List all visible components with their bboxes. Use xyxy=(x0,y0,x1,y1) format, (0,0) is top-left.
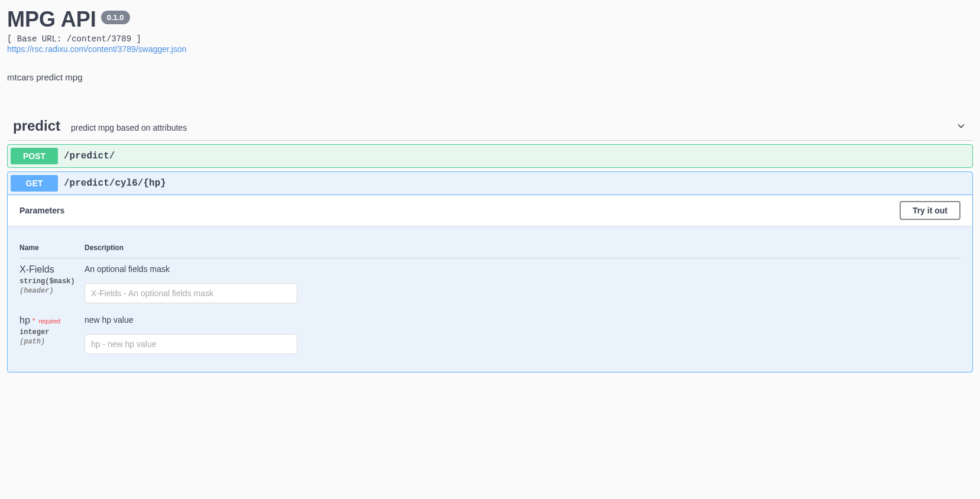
section-predict-header[interactable]: predict predict mpg based on attributes xyxy=(7,112,973,141)
param-type-xfields: string($mask) xyxy=(20,277,85,286)
param-name-hp: hp xyxy=(20,315,30,326)
param-type-hp: integer xyxy=(20,328,85,336)
version-badge: 0.1.0 xyxy=(101,11,130,24)
parameters-title: Parameters xyxy=(20,206,64,215)
api-title: MPG API xyxy=(7,7,96,32)
param-in-hp: (path) xyxy=(20,338,85,346)
operation-get-header[interactable]: GET /predict/cyl6/{hp} xyxy=(8,172,972,195)
param-input-hp[interactable] xyxy=(85,334,297,354)
required-star-icon: * xyxy=(33,317,35,325)
operation-post-predict[interactable]: POST /predict/ xyxy=(7,144,973,168)
method-badge-get: GET xyxy=(11,175,58,192)
param-input-xfields[interactable] xyxy=(85,283,297,303)
path-post: /predict/ xyxy=(64,151,115,161)
param-in-xfields: (header) xyxy=(20,287,85,295)
column-description: Description xyxy=(85,238,960,258)
base-url: [ Base URL: /content/3789 ] xyxy=(7,34,973,44)
swagger-json-link[interactable]: https://rsc.radixu.com/content/3789/swag… xyxy=(7,44,187,54)
operation-get-predict-cyl6: GET /predict/cyl6/{hp} Parameters Try it… xyxy=(7,171,973,372)
param-desc-hp: new hp value xyxy=(85,315,960,325)
param-name-xfields: X-Fields xyxy=(20,264,85,275)
section-name: predict xyxy=(13,118,60,134)
chevron-down-icon xyxy=(955,120,967,132)
path-get: /predict/cyl6/{hp} xyxy=(64,178,166,189)
section-desc: predict mpg based on attributes xyxy=(71,123,187,132)
try-it-out-button[interactable]: Try it out xyxy=(900,201,960,220)
param-row-xfields: X-Fields string($mask) (header) An optio… xyxy=(20,258,960,310)
required-text: required xyxy=(38,318,60,325)
param-desc-xfields: An optional fields mask xyxy=(85,264,960,274)
api-description: mtcars predict mpg xyxy=(7,72,973,82)
column-name: Name xyxy=(20,238,85,258)
param-row-hp: hp * required integer (path) new hp valu… xyxy=(20,309,960,360)
method-badge-post: POST xyxy=(11,148,58,164)
